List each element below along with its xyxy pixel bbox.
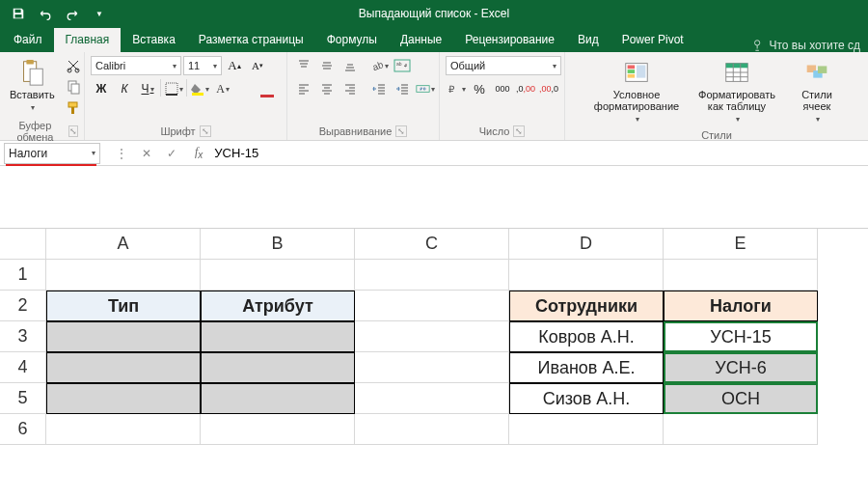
bold-button[interactable]: Ж [91, 79, 112, 98]
cell-E2[interactable]: Налоги [664, 291, 818, 321]
cell-E5[interactable]: ОСН [664, 383, 818, 414]
increase-indent-icon[interactable] [392, 79, 413, 98]
font-name-select[interactable]: Calibri▾ [91, 56, 181, 75]
row-header-4[interactable]: 4 [0, 352, 46, 383]
align-right-icon[interactable] [339, 79, 361, 98]
cell-E4[interactable]: УСН-6 [664, 352, 818, 383]
cell-A4[interactable] [46, 352, 201, 383]
fx-icon[interactable]: fx [195, 145, 203, 160]
align-left-icon[interactable] [293, 79, 314, 98]
decrease-font-icon[interactable]: A▾ [247, 56, 268, 75]
row-header-2[interactable]: 2 [0, 291, 46, 321]
row-header-6[interactable]: 6 [0, 414, 46, 445]
align-center-icon[interactable] [316, 79, 338, 98]
increase-decimal-icon[interactable]: ,0,00 [515, 79, 536, 98]
format-painter-icon[interactable] [63, 98, 84, 118]
save-icon[interactable] [6, 3, 31, 24]
cell-C1[interactable] [355, 260, 509, 291]
tab-home[interactable]: Главная [54, 28, 122, 52]
font-color-icon[interactable]: A▾ [212, 79, 233, 98]
col-header-E[interactable]: E [664, 229, 818, 260]
italic-button[interactable]: К [114, 79, 135, 98]
cell-D1[interactable] [509, 260, 664, 291]
cell-E3[interactable]: УСН-15 [664, 321, 818, 352]
clipboard-dialog-icon[interactable]: ⤡ [68, 125, 78, 137]
cell-B3[interactable] [201, 321, 355, 352]
percent-icon[interactable]: % [469, 79, 490, 98]
increase-font-icon[interactable]: A▴ [224, 56, 245, 75]
tell-me-search[interactable]: Что вы хотите сд [744, 39, 868, 52]
font-size-select[interactable]: 11▾ [183, 56, 222, 75]
cell-E6[interactable] [664, 414, 818, 445]
tab-data[interactable]: Данные [389, 28, 453, 52]
align-middle-icon[interactable] [316, 56, 338, 75]
cell-A2[interactable]: Тип [46, 291, 201, 321]
orientation-icon[interactable]: ab▾ [368, 56, 390, 75]
number-format-select[interactable]: Общий▾ [446, 56, 561, 75]
cell-A6[interactable] [46, 414, 201, 445]
merge-center-icon[interactable]: ▾ [415, 79, 436, 98]
cell-A5[interactable] [46, 383, 201, 414]
col-header-A[interactable]: A [46, 229, 201, 260]
number-dialog-icon[interactable]: ⤡ [513, 125, 525, 137]
tab-file[interactable]: Файл [2, 28, 54, 52]
decrease-decimal-icon[interactable]: ,00,0 [538, 79, 559, 98]
cell-A1[interactable] [46, 260, 201, 291]
accounting-format-icon[interactable]: ₽▾ [446, 79, 467, 98]
cell-D4[interactable]: Иванов А.Е. [509, 352, 664, 383]
wrap-text-icon[interactable]: ab [392, 56, 413, 75]
cell-B4[interactable] [201, 352, 355, 383]
col-header-B[interactable]: B [201, 229, 355, 260]
undo-icon[interactable] [33, 3, 58, 24]
tab-review[interactable]: Рецензирование [453, 28, 566, 52]
cell-D5[interactable]: Сизов А.Н. [509, 383, 664, 414]
copy-icon[interactable] [63, 77, 84, 97]
tab-view[interactable]: Вид [566, 28, 610, 52]
cell-C3[interactable] [355, 321, 509, 352]
tab-page-layout[interactable]: Разметка страницы [187, 28, 315, 52]
fill-color-icon[interactable]: ▾ [189, 79, 210, 98]
redo-icon[interactable] [60, 3, 85, 24]
cell-C2[interactable] [355, 291, 509, 321]
cancel-formula-icon[interactable]: ✕ [135, 144, 158, 163]
font-dialog-icon[interactable]: ⤡ [200, 125, 211, 137]
col-header-D[interactable]: D [509, 229, 664, 260]
conditional-formatting-button[interactable]: Условное форматирование▾ [590, 56, 683, 127]
tab-formulas[interactable]: Формулы [315, 28, 389, 52]
cell-styles-button[interactable]: Стили ячеек▾ [791, 56, 843, 127]
cell-C5[interactable] [355, 383, 509, 414]
cell-D6[interactable] [509, 414, 664, 445]
spreadsheet-grid[interactable]: A B C D E 1 2 Тип Атрибут Сотрудники Нал… [0, 228, 868, 445]
align-bottom-icon[interactable] [339, 56, 361, 75]
cell-B5[interactable] [201, 383, 355, 414]
cell-D3[interactable]: Ковров А.Н. [509, 321, 664, 352]
alignment-dialog-icon[interactable]: ⤡ [395, 125, 407, 137]
cell-C4[interactable] [355, 352, 509, 383]
cell-B6[interactable] [201, 414, 355, 445]
row-header-5[interactable]: 5 [0, 383, 46, 414]
tab-power-pivot[interactable]: Power Pivot [610, 28, 695, 52]
qat-customize-icon[interactable]: ▼ [87, 3, 112, 24]
comma-style-icon[interactable]: 000 [492, 79, 513, 98]
cell-C6[interactable] [355, 414, 509, 445]
paste-button[interactable]: Вставить ▾ [6, 56, 59, 116]
borders-icon[interactable]: ▾ [163, 79, 184, 98]
format-as-table-button[interactable]: Форматировать как таблицу▾ [691, 56, 783, 127]
tab-insert[interactable]: Вставка [121, 28, 187, 52]
col-header-C[interactable]: C [355, 229, 509, 260]
cell-D2[interactable]: Сотрудники [509, 291, 664, 321]
row-header-1[interactable]: 1 [0, 260, 46, 291]
cell-A3[interactable] [46, 321, 201, 352]
underline-button[interactable]: Ч▾ [137, 79, 158, 98]
cell-B2[interactable]: Атрибут [201, 291, 355, 321]
select-all-corner[interactable] [0, 229, 46, 260]
enter-formula-icon[interactable]: ✓ [160, 144, 183, 163]
name-box[interactable]: Налоги ▾ [4, 143, 100, 164]
cut-icon[interactable] [63, 56, 84, 75]
align-top-icon[interactable] [293, 56, 314, 75]
formula-input[interactable] [208, 144, 868, 163]
cell-B1[interactable] [201, 260, 355, 291]
row-header-3[interactable]: 3 [0, 321, 46, 352]
cell-E1[interactable] [664, 260, 818, 291]
decrease-indent-icon[interactable] [368, 79, 390, 98]
